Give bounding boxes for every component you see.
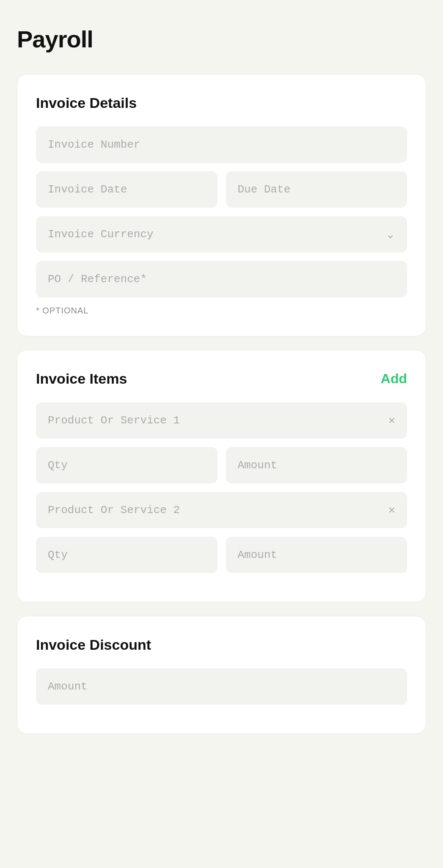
item-2-name-row: Product Or Service 2 × [36, 492, 407, 528]
item-2-qty-input[interactable] [36, 537, 217, 573]
discount-amount-input[interactable] [36, 668, 407, 705]
item-1-name-placeholder: Product Or Service 1 [48, 414, 388, 427]
item-2-name-placeholder: Product Or Service 2 [48, 504, 388, 516]
item-2-close-button[interactable]: × [388, 504, 395, 516]
item-1-amount-input[interactable] [226, 447, 407, 483]
optional-note: * OPTIONAL [36, 306, 407, 316]
invoice-currency-select[interactable]: Invoice Currency USD EUR GBP [36, 216, 407, 253]
item-1-qty-amount-row [36, 447, 407, 483]
currency-wrapper: Invoice Currency USD EUR GBP ⌄ [36, 216, 407, 253]
invoice-details-title: Invoice Details [36, 95, 407, 111]
invoice-date-input[interactable] [36, 171, 217, 208]
invoice-number-input[interactable] [36, 126, 407, 163]
item-1-name-row: Product Or Service 1 × [36, 402, 407, 439]
page-title: Payroll [17, 25, 426, 53]
invoice-items-card: Invoice Items Add Product Or Service 1 ×… [17, 350, 426, 602]
date-row [36, 171, 407, 208]
invoice-items-title: Invoice Items [36, 371, 127, 387]
invoice-item-1: Product Or Service 1 × [36, 402, 407, 483]
po-reference-input[interactable] [36, 261, 407, 297]
due-date-input[interactable] [226, 171, 407, 208]
item-2-qty-amount-row [36, 537, 407, 573]
invoice-item-2: Product Or Service 2 × [36, 492, 407, 573]
item-1-close-button[interactable]: × [388, 415, 395, 426]
invoice-items-header: Invoice Items Add [36, 371, 407, 387]
invoice-discount-card: Invoice Discount [17, 616, 426, 734]
item-1-qty-input[interactable] [36, 447, 217, 483]
invoice-discount-title: Invoice Discount [36, 637, 407, 653]
invoice-details-card: Invoice Details Invoice Currency USD EUR… [17, 74, 426, 336]
add-item-button[interactable]: Add [381, 371, 407, 387]
item-2-amount-input[interactable] [226, 537, 407, 573]
